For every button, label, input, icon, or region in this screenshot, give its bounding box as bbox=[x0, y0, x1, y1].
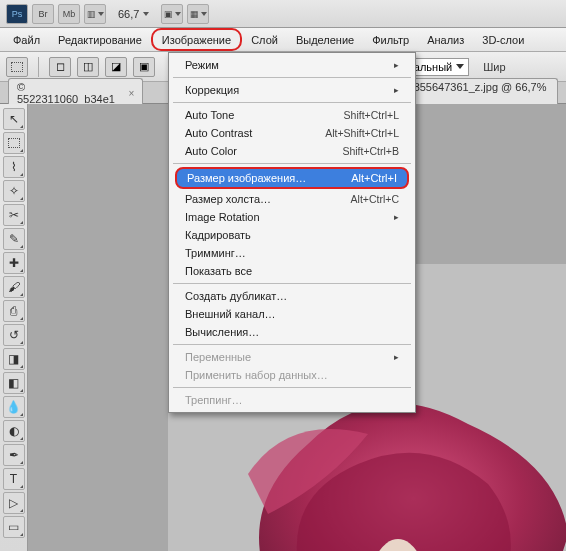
separator bbox=[38, 57, 39, 77]
menu-item-mode[interactable]: Режим bbox=[171, 56, 413, 74]
toolbox: ↖ ⌇ ✧ ✂ ✎ ✚ 🖌 ⎙ ↺ ◨ ◧ 💧 ◐ ✒ T ▷ ▭ bbox=[0, 104, 28, 551]
marquee-tool-icon[interactable] bbox=[3, 132, 25, 154]
menu-item-crop[interactable]: Кадрировать bbox=[171, 226, 413, 244]
image-menu-dropdown: Режим Коррекция Auto ToneShift+Ctrl+L Au… bbox=[168, 52, 416, 413]
screen-mode-icon[interactable]: ▣ bbox=[161, 4, 183, 24]
menu-select[interactable]: Выделение bbox=[287, 28, 363, 51]
separator bbox=[173, 387, 411, 388]
separator bbox=[173, 163, 411, 164]
menu-item-auto-tone[interactable]: Auto ToneShift+Ctrl+L bbox=[171, 106, 413, 124]
menu-item-auto-contrast[interactable]: Auto ContrastAlt+Shift+Ctrl+L bbox=[171, 124, 413, 142]
blur-tool-icon[interactable]: 💧 bbox=[3, 396, 25, 418]
eyedropper-tool-icon[interactable]: ✎ bbox=[3, 228, 25, 250]
menu-item-trap: Треппинг… bbox=[171, 391, 413, 409]
path-tool-icon[interactable]: ▷ bbox=[3, 492, 25, 514]
menu-item-reveal-all[interactable]: Показать все bbox=[171, 262, 413, 280]
photoshop-icon[interactable]: Ps bbox=[6, 4, 28, 24]
menu-item-canvas-size[interactable]: Размер холста…Alt+Ctrl+C bbox=[171, 190, 413, 208]
app-icon-bar: Ps Br Mb ▥ 66,7 ▣ ▦ bbox=[0, 0, 566, 28]
menu-item-apply-data: Применить набор данных… bbox=[171, 366, 413, 384]
menu-item-variables: Переменные bbox=[171, 348, 413, 366]
menu-item-image-rotation[interactable]: Image Rotation bbox=[171, 208, 413, 226]
tool-preset-icon[interactable] bbox=[6, 57, 28, 77]
menu-analysis[interactable]: Анализ bbox=[418, 28, 473, 51]
menu-item-auto-color[interactable]: Auto ColorShift+Ctrl+B bbox=[171, 142, 413, 160]
extras-icon[interactable]: ▦ bbox=[187, 4, 209, 24]
move-tool-icon[interactable]: ↖ bbox=[3, 108, 25, 130]
separator bbox=[173, 283, 411, 284]
gradient-tool-icon[interactable]: ◧ bbox=[3, 372, 25, 394]
close-icon[interactable]: × bbox=[129, 88, 135, 99]
menu-item-calculations[interactable]: Вычисления… bbox=[171, 323, 413, 341]
bridge-icon[interactable]: Br bbox=[32, 4, 54, 24]
stamp-tool-icon[interactable]: ⎙ bbox=[3, 300, 25, 322]
brush-tool-icon[interactable]: 🖌 bbox=[3, 276, 25, 298]
menu-item-image-size[interactable]: Размер изображения…Alt+Ctrl+I bbox=[175, 167, 409, 189]
wand-tool-icon[interactable]: ✧ bbox=[3, 180, 25, 202]
menu-layer[interactable]: Слой bbox=[242, 28, 287, 51]
minibridge-icon[interactable]: Mb bbox=[58, 4, 80, 24]
menu-item-adjustments[interactable]: Коррекция bbox=[171, 81, 413, 99]
selection-intersect-icon[interactable]: ▣ bbox=[133, 57, 155, 77]
lasso-tool-icon[interactable]: ⌇ bbox=[3, 156, 25, 178]
separator bbox=[173, 102, 411, 103]
menu-image[interactable]: Изображение bbox=[151, 28, 242, 51]
menu-edit[interactable]: Редактирование bbox=[49, 28, 151, 51]
pen-tool-icon[interactable]: ✒ bbox=[3, 444, 25, 466]
healing-tool-icon[interactable]: ✚ bbox=[3, 252, 25, 274]
menu-file[interactable]: Файл bbox=[4, 28, 49, 51]
selection-subtract-icon[interactable]: ◪ bbox=[105, 57, 127, 77]
eraser-tool-icon[interactable]: ◨ bbox=[3, 348, 25, 370]
type-tool-icon[interactable]: T bbox=[3, 468, 25, 490]
selection-new-icon[interactable]: ◻ bbox=[49, 57, 71, 77]
zoom-level[interactable]: 66,7 bbox=[118, 8, 149, 20]
arrange-icon[interactable]: ▥ bbox=[84, 4, 106, 24]
selection-add-icon[interactable]: ◫ bbox=[77, 57, 99, 77]
dodge-tool-icon[interactable]: ◐ bbox=[3, 420, 25, 442]
document-tab-2[interactable]: _f355647361_z.jpg @ 66,7% ( bbox=[395, 78, 558, 107]
menu-3d[interactable]: 3D-слои bbox=[473, 28, 533, 51]
history-brush-tool-icon[interactable]: ↺ bbox=[3, 324, 25, 346]
menu-item-trim[interactable]: Тримминг… bbox=[171, 244, 413, 262]
menu-item-apply-image[interactable]: Внешний канал… bbox=[171, 305, 413, 323]
menu-item-duplicate[interactable]: Создать дубликат… bbox=[171, 287, 413, 305]
document-tab-1[interactable]: © 5522311060_b34e1× bbox=[8, 78, 143, 107]
crop-tool-icon[interactable]: ✂ bbox=[3, 204, 25, 226]
shape-tool-icon[interactable]: ▭ bbox=[3, 516, 25, 538]
separator bbox=[173, 77, 411, 78]
menu-filter[interactable]: Фильтр bbox=[363, 28, 418, 51]
menubar: Файл Редактирование Изображение Слой Выд… bbox=[0, 28, 566, 52]
width-label: Шир bbox=[483, 61, 505, 73]
separator bbox=[173, 344, 411, 345]
